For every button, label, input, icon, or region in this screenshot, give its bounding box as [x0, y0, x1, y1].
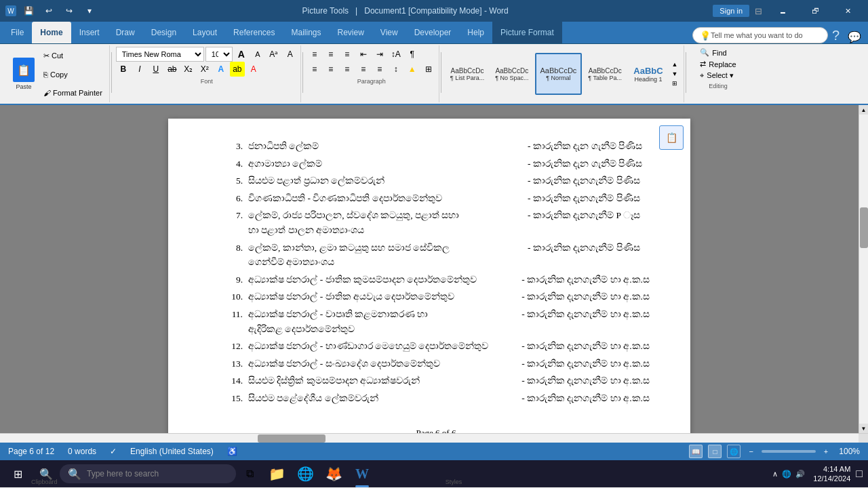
show-marks-btn[interactable]: ¶	[405, 47, 420, 62]
start-button[interactable]: ⊞	[3, 460, 33, 487]
cut-button[interactable]: ✂ Cut	[41, 51, 105, 61]
italic-btn[interactable]: I	[132, 62, 147, 77]
word-count[interactable]: 0 words	[65, 447, 99, 456]
read-mode-btn[interactable]: 📖	[689, 445, 703, 458]
font-color-btn[interactable]: A	[246, 62, 261, 77]
decrease-indent-btn[interactable]: ⇤	[356, 47, 371, 62]
text-effects-btn[interactable]: A	[214, 62, 229, 77]
tab-developer[interactable]: Developer	[406, 22, 460, 43]
replace-btn[interactable]: ⇄ Replace	[696, 58, 740, 70]
customize-qat-btn[interactable]: ▾	[81, 3, 98, 19]
redo-qat-btn[interactable]: ↪	[61, 3, 77, 19]
tab-mailings[interactable]: Mailings	[283, 22, 329, 43]
style-heading1[interactable]: AaBbC Heading 1	[628, 53, 669, 95]
sign-in-button[interactable]: Sign in	[713, 5, 749, 17]
firefox-app[interactable]: 🦊	[320, 460, 347, 487]
accessibility-icon[interactable]: ♿	[224, 447, 240, 456]
superscript-btn[interactable]: X²	[197, 62, 212, 77]
styles-scroll-down[interactable]: ▼	[670, 69, 679, 79]
zoom-slider[interactable]	[762, 450, 816, 453]
tab-home[interactable]: Home	[32, 22, 71, 43]
zoom-percent[interactable]: 100%	[836, 447, 863, 456]
scroll-track[interactable]	[859, 115, 868, 424]
style-list-para[interactable]: AaBbCcDc ¶ List Para...	[446, 53, 489, 95]
tray-up-arrow[interactable]: ∧	[772, 470, 778, 479]
task-view-btn[interactable]: ⧉	[237, 460, 262, 487]
file-explorer-app[interactable]: 📁	[263, 460, 290, 487]
edge-app[interactable]: 🌐	[292, 460, 319, 487]
font-size-select[interactable]: 10	[205, 47, 233, 62]
copy-button[interactable]: ⎘ Copy	[41, 70, 105, 79]
horizontal-scrollbar[interactable]	[0, 434, 859, 443]
style-no-space[interactable]: AaBbCcDc ¶ No Spac...	[490, 53, 533, 95]
close-btn[interactable]: ✕	[833, 0, 863, 22]
spell-check-icon[interactable]: ✓	[107, 447, 119, 456]
styles-expand[interactable]: ⊞	[670, 79, 679, 88]
strikethrough-btn[interactable]: ab	[165, 62, 180, 77]
subscript-btn[interactable]: X₂	[181, 62, 196, 77]
bold-btn[interactable]: B	[116, 62, 131, 77]
column-break-btn[interactable]: ≡	[372, 62, 387, 77]
tab-review[interactable]: Review	[330, 22, 372, 43]
taskbar-search[interactable]: 🔍 Type here to search	[60, 464, 236, 483]
network-icon[interactable]: 🌐	[782, 470, 791, 479]
font-name-select[interactable]: Times New Roma	[116, 47, 204, 62]
font-grow-btn[interactable]: A	[234, 47, 249, 62]
undo-qat-btn[interactable]: ↩	[41, 3, 57, 19]
language-status[interactable]: English (United States)	[127, 447, 216, 456]
hscroll-thumb[interactable]	[258, 434, 326, 443]
align-left-btn[interactable]: ≡	[307, 62, 322, 77]
print-layout-btn[interactable]: □	[708, 445, 722, 458]
select-btn[interactable]: ⌖ Select ▾	[696, 70, 740, 81]
numbering-btn[interactable]: ≡	[323, 47, 338, 62]
change-case-btn[interactable]: Aᵃ	[267, 47, 281, 62]
find-btn[interactable]: 🔍 Find	[696, 47, 740, 58]
zoom-in-icon[interactable]: +	[821, 447, 831, 455]
speaker-icon[interactable]: 🔊	[795, 470, 805, 479]
zoom-out-icon[interactable]: −	[746, 447, 755, 455]
bullets-btn[interactable]: ≡	[307, 47, 322, 62]
show-desktop-btn[interactable]: □	[853, 468, 865, 480]
multilevel-btn[interactable]: ≡	[340, 47, 355, 62]
tab-draw[interactable]: Draw	[108, 22, 143, 43]
increase-indent-btn[interactable]: ⇥	[372, 47, 387, 62]
word-app[interactable]: W	[349, 460, 376, 487]
center-btn[interactable]: ≡	[323, 62, 338, 77]
paste-button[interactable]: 📋 Paste	[7, 47, 41, 101]
sort-btn[interactable]: ↕A	[389, 47, 403, 62]
format-panel-icon[interactable]: 📋	[659, 125, 684, 150]
style-table-para[interactable]: AaBbCcDc ¶ Table Pa...	[583, 53, 627, 95]
minimize-btn[interactable]: 🗕	[768, 0, 797, 22]
align-right-btn[interactable]: ≡	[340, 62, 355, 77]
text-highlight-btn[interactable]: ab	[230, 62, 245, 77]
page-info[interactable]: Page 6 of 12	[5, 447, 57, 456]
tab-design[interactable]: Design	[143, 22, 184, 43]
line-spacing-btn[interactable]: ↕	[389, 62, 403, 77]
web-layout-btn[interactable]: 🌐	[727, 445, 741, 458]
comment-btn[interactable]: 💬	[844, 30, 865, 43]
tab-file[interactable]: File	[3, 22, 32, 43]
layout-icon-panel[interactable]: 📋	[659, 125, 684, 150]
styles-scroll-up[interactable]: ▲	[670, 60, 679, 69]
scroll-thumb[interactable]	[860, 207, 868, 248]
tab-picture-format[interactable]: Picture Format	[492, 22, 562, 43]
borders-btn[interactable]: ⊞	[421, 62, 436, 77]
save-qat-btn[interactable]: 💾	[20, 3, 37, 19]
tab-layout[interactable]: Layout	[184, 22, 225, 43]
justify-btn[interactable]: ≡	[356, 62, 371, 77]
tab-help[interactable]: Help	[459, 22, 492, 43]
tab-view[interactable]: View	[372, 22, 406, 43]
shading-btn[interactable]: ▲	[405, 62, 420, 77]
tab-references[interactable]: References	[225, 22, 283, 43]
scroll-down-btn[interactable]: ▼	[859, 424, 868, 433]
help-btn[interactable]: ?	[828, 28, 844, 43]
restore-btn[interactable]: 🗗	[800, 0, 830, 22]
style-normal[interactable]: AaBbCcDc ¶ Normal	[535, 53, 583, 95]
clear-format-btn[interactable]: A	[283, 47, 298, 62]
tell-me-input[interactable]: 💡 Tell me what you want to do	[692, 27, 828, 43]
vertical-scrollbar[interactable]: ▲ ▼	[859, 105, 868, 433]
format-painter-button[interactable]: 🖌 Format Painter	[41, 88, 105, 98]
ribbon-display-btn[interactable]: ⊟	[752, 6, 765, 16]
font-shrink-btn[interactable]: A	[250, 47, 265, 62]
tab-insert[interactable]: Insert	[71, 22, 108, 43]
